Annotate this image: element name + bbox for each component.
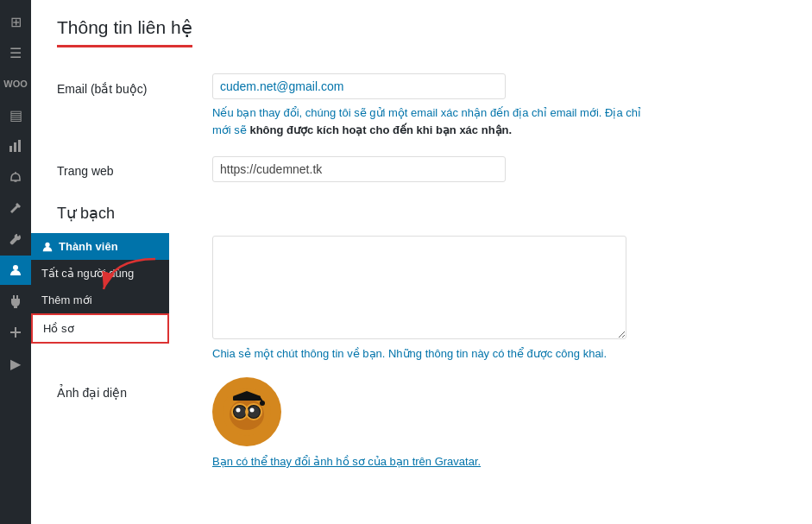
avatar-cell: Bạn có thể thay đổi ảnh hồ sơ của bạn tr…	[212, 369, 786, 477]
website-input[interactable]	[212, 156, 506, 182]
svg-point-5	[13, 265, 18, 270]
tools-icon[interactable]	[0, 224, 31, 254]
plugins-icon[interactable]	[0, 287, 31, 316]
svg-point-20	[250, 408, 255, 413]
email-field-cell: Nếu bạn thay đổi, chúng tôi sẽ gửi một e…	[212, 65, 786, 147]
website-field-cell	[212, 147, 786, 191]
svg-point-16	[234, 406, 246, 418]
all-users-item[interactable]: Tất cả người dùng	[31, 260, 169, 287]
svg-rect-2	[18, 140, 21, 152]
sidebar: ⊞ ☰ WOO ▤ ▶	[0, 0, 31, 524]
gravatar-link[interactable]: Bạn có thể thay đổi ảnh hồ sơ của bạn tr…	[212, 455, 481, 468]
notifications-icon[interactable]	[0, 162, 31, 192]
avatar-label: Ảnh đại diện	[57, 369, 212, 477]
email-label: Email (bắt buộc)	[57, 65, 212, 147]
svg-point-17	[236, 408, 241, 413]
svg-rect-0	[9, 146, 12, 152]
dashboard-icon[interactable]: ⊞	[0, 7, 31, 36]
svg-point-19	[248, 406, 260, 418]
svg-point-25	[260, 401, 265, 406]
pencil-icon[interactable]	[0, 193, 31, 223]
bio-hint: Chia sẻ một chút thông tin về bạn. Những…	[212, 347, 644, 360]
members-header[interactable]: Thành viên	[31, 233, 169, 260]
bio-textarea[interactable]	[212, 236, 626, 339]
users-icon[interactable]	[0, 256, 31, 285]
stats-icon[interactable]	[0, 131, 31, 161]
email-row: Email (bắt buộc) Nếu bạn thay đổi, chúng…	[57, 65, 786, 147]
email-hint-bold: không được kích hoạt cho đến khi bạn xác…	[249, 123, 512, 136]
add-new-item[interactable]: Thêm mới	[31, 287, 169, 313]
profile-item[interactable]: Hồ sơ	[31, 313, 169, 344]
svg-rect-1	[14, 142, 16, 152]
page-title: Thông tin liên hệ	[57, 17, 192, 47]
website-row: Trang web	[57, 147, 786, 191]
users-header-icon	[41, 241, 54, 253]
svg-rect-10	[10, 331, 21, 333]
svg-rect-8	[14, 306, 17, 308]
play-icon[interactable]: ▶	[0, 349, 31, 378]
svg-rect-22	[233, 396, 261, 401]
members-header-label: Thành viên	[59, 240, 118, 253]
bio-field-cell: Chia sẻ một chút thông tin về bạn. Những…	[212, 227, 786, 369]
woo-icon[interactable]: WOO	[0, 69, 31, 98]
add-icon[interactable]	[0, 318, 31, 347]
website-label: Trang web	[57, 147, 212, 191]
tu-bach-title: Tự bạch	[57, 204, 786, 223]
posts-icon[interactable]: ☰	[0, 38, 31, 67]
avatar-image	[212, 377, 281, 446]
svg-rect-7	[16, 295, 18, 299]
owl-avatar-svg	[219, 384, 274, 439]
svg-rect-6	[13, 295, 15, 299]
svg-point-11	[45, 242, 49, 246]
contact-form-table: Email (bắt buộc) Nếu bạn thay đổi, chúng…	[57, 65, 786, 191]
pages-icon[interactable]: ▤	[0, 100, 31, 129]
users-dropdown-menu: Thành viên Tất cả người dùng Thêm mới Hồ…	[31, 233, 169, 344]
email-input[interactable]	[212, 73, 506, 99]
email-hint: Nếu bạn thay đổi, chúng tôi sẽ gửi một e…	[212, 104, 644, 138]
avatar-row: Ảnh đại diện	[57, 369, 786, 477]
